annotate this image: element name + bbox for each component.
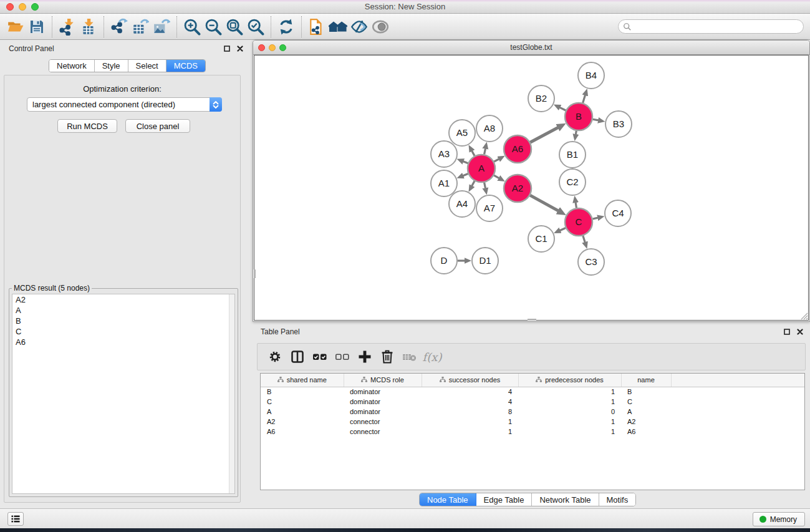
show-selected-button[interactable] [370, 16, 391, 37]
new-network-button[interactable] [306, 16, 327, 37]
maximize-window-button[interactable] [31, 3, 39, 11]
graph-edge-B-B2[interactable] [560, 107, 566, 110]
result-item[interactable]: C [12, 326, 234, 337]
zoom-in-button[interactable] [181, 16, 203, 37]
graph-node-A5[interactable]: A5 [449, 120, 475, 146]
result-item[interactable]: A2 [12, 294, 234, 305]
graph-node-B[interactable]: B [565, 103, 592, 130]
graph-node-A3[interactable]: A3 [431, 141, 457, 167]
hide-selected-button[interactable] [349, 16, 370, 37]
result-scrollbar[interactable] [229, 294, 234, 493]
tab-edge-table[interactable]: Edge Table [476, 493, 533, 506]
graph-node-A2[interactable]: A2 [504, 175, 531, 202]
network-window-titlebar[interactable]: testGlobe.txt [253, 41, 809, 55]
graph-edge-A-A8[interactable] [485, 148, 486, 154]
graph-edge-A-A6[interactable] [494, 159, 499, 162]
table-cell[interactable]: 1 [518, 427, 621, 437]
graph-edge-C-C3[interactable] [583, 236, 585, 243]
add-column-button[interactable] [354, 346, 376, 368]
delete-column-button[interactable] [376, 346, 398, 368]
column-header[interactable]: predecessor nodes [518, 374, 621, 387]
table-row[interactable]: A6connector11A6 [261, 427, 804, 437]
tab-select[interactable]: Select [128, 60, 166, 72]
graph-node-C1[interactable]: C1 [528, 226, 554, 252]
network-close-button[interactable] [258, 44, 265, 51]
tab-network[interactable]: Network [49, 60, 95, 72]
float-panel-button[interactable] [223, 45, 231, 52]
show-all-button[interactable] [327, 16, 349, 37]
table-cell[interactable]: connector [344, 427, 422, 437]
zoom-selected-button[interactable] [245, 16, 266, 37]
graph-edge-A-A1[interactable] [463, 174, 468, 176]
export-image-button[interactable] [151, 16, 172, 37]
save-session-button[interactable] [26, 16, 47, 37]
tab-style[interactable]: Style [95, 60, 128, 72]
graph-edge-A-A4[interactable] [472, 181, 475, 186]
graph-edge-A-A5[interactable] [472, 151, 475, 156]
table-cell[interactable]: 1 [518, 417, 621, 427]
graph-edge-B-B3[interactable] [593, 119, 599, 120]
tab-network-table[interactable]: Network Table [532, 493, 599, 506]
table-cell[interactable]: 8 [422, 407, 518, 417]
graph-edge-B-B1[interactable] [576, 131, 576, 135]
criterion-dropdown[interactable]: largest connected component (directed) [27, 97, 222, 112]
table-cell[interactable]: C [621, 397, 671, 407]
import-table-button[interactable] [78, 16, 99, 37]
table-cell[interactable]: dominator [344, 397, 422, 407]
table-cell[interactable]: A [261, 407, 344, 417]
graph-node-A4[interactable]: A4 [449, 191, 475, 217]
table-cell[interactable]: 1 [422, 427, 518, 437]
graph-node-A[interactable]: A [468, 155, 495, 182]
table-cell[interactable]: 0 [518, 407, 621, 417]
graph-edge-A2-C[interactable] [530, 195, 558, 211]
table-cell[interactable]: 1 [518, 387, 621, 397]
graph-node-B3[interactable]: B3 [605, 111, 632, 137]
table-row[interactable]: Adominator80A [261, 407, 804, 417]
network-resize-grip[interactable] [800, 312, 808, 320]
table-row[interactable]: Cdominator41C [261, 397, 804, 407]
table-cell[interactable]: 1 [422, 417, 518, 427]
table-cell[interactable]: B [621, 387, 671, 397]
graph-edge-A-A2[interactable] [494, 175, 499, 178]
run-mcds-button[interactable]: Run MCDS [57, 119, 117, 133]
graph-node-D1[interactable]: D1 [472, 248, 498, 274]
deselect-all-button[interactable] [331, 346, 354, 368]
result-item[interactable]: A6 [12, 337, 234, 347]
table-cell[interactable]: C [261, 397, 344, 407]
graph-edge-A-A3[interactable] [463, 162, 468, 163]
float-table-panel-button[interactable] [783, 328, 791, 336]
table-cell[interactable]: connector [344, 417, 422, 427]
table-cell[interactable]: 1 [518, 397, 621, 407]
refresh-button[interactable] [276, 16, 297, 37]
settings-gear-button[interactable] [264, 346, 286, 368]
table-cell[interactable]: A [621, 407, 671, 417]
graph-node-A1[interactable]: A1 [431, 170, 457, 196]
table-cell[interactable]: dominator [344, 387, 422, 397]
network-vscroll-thumb[interactable] [254, 269, 256, 278]
select-all-button[interactable] [309, 346, 331, 368]
table-cell[interactable]: A2 [621, 417, 671, 427]
graph-node-A8[interactable]: A8 [476, 115, 503, 142]
graph-node-A7[interactable]: A7 [476, 195, 503, 221]
import-network-button[interactable] [57, 16, 78, 37]
memory-button[interactable]: Memory [753, 512, 805, 526]
graph-edge-C-C4[interactable] [592, 218, 597, 219]
zoom-out-button[interactable] [203, 16, 224, 37]
table-cell[interactable]: A6 [261, 427, 344, 437]
network-minimize-button[interactable] [269, 44, 276, 51]
graph-edge-A-A7[interactable] [485, 183, 486, 188]
graph-edge-C-C1[interactable] [560, 228, 566, 230]
graph-node-B4[interactable]: B4 [578, 62, 604, 89]
close-panel-button[interactable] [236, 45, 244, 52]
graph-node-C[interactable]: C [565, 208, 592, 236]
table-cell[interactable]: B [261, 387, 344, 397]
zoom-fit-button[interactable] [224, 16, 245, 37]
close-window-button[interactable] [6, 3, 14, 11]
export-network-button[interactable] [108, 16, 130, 37]
column-header[interactable]: name [621, 374, 671, 387]
graph-node-A6[interactable]: A6 [504, 135, 531, 163]
column-header[interactable]: MCDS role [344, 374, 422, 387]
task-history-button[interactable] [7, 512, 24, 526]
minimize-window-button[interactable] [19, 3, 26, 11]
graph-node-B2[interactable]: B2 [528, 85, 554, 112]
